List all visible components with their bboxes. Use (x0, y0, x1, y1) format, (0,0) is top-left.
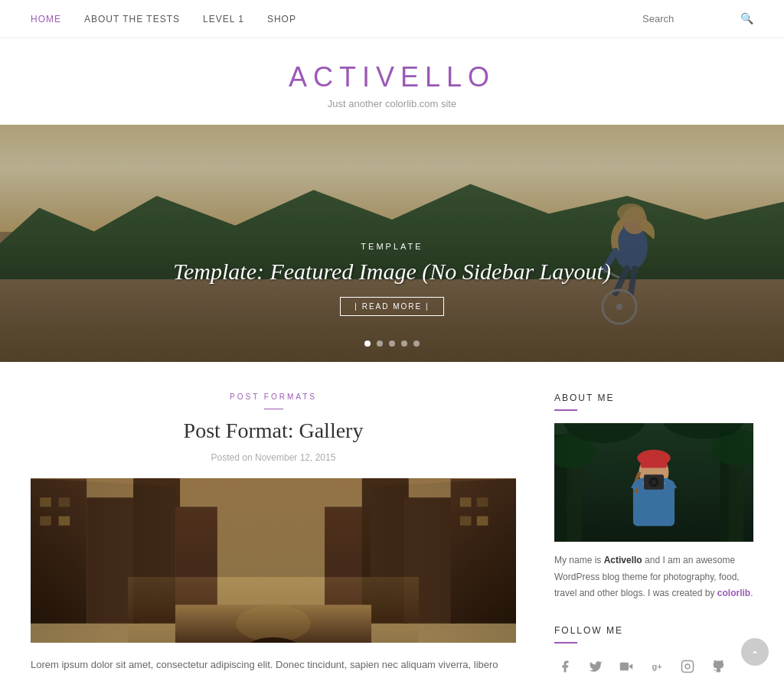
hero-dot-4[interactable] (401, 340, 407, 347)
about-me-section: ABOUT ME (554, 393, 753, 602)
nav-links: HOME ABOUT THE TESTS LEVEL 1 SHOP (31, 14, 642, 24)
hero-title: Template: Featured Image (No Sidebar Lay… (162, 259, 622, 285)
about-name: Activello (604, 555, 642, 565)
about-avatar (554, 423, 753, 542)
hero-readmore-button[interactable]: | READ MORE | (340, 297, 443, 316)
hero-dot-5[interactable] (413, 340, 420, 347)
hero-content: TEMPLATE Template: Featured Image (No Si… (162, 242, 622, 316)
navigation: HOME ABOUT THE TESTS LEVEL 1 SHOP 🔍 (0, 0, 784, 38)
svg-rect-39 (641, 455, 668, 468)
nav-link-home[interactable]: HOME (31, 14, 61, 24)
about-me-underline (554, 409, 577, 411)
svg-point-42 (652, 480, 657, 485)
instagram-icon[interactable] (677, 656, 698, 677)
post-title: Post Format: Gallery (31, 419, 516, 443)
hero-dot-2[interactable] (377, 340, 383, 347)
nav-link-level1[interactable]: LEVEL 1 (203, 14, 244, 24)
hero-dot-3[interactable] (389, 340, 395, 347)
post-image-overlay (31, 478, 516, 643)
hero-dot-1[interactable] (364, 340, 371, 347)
googleplus-icon[interactable]: g+ (646, 656, 668, 677)
social-icons-list: g+ (554, 656, 753, 677)
content-area: POST FORMATS Post Format: Gallery Posted… (31, 393, 554, 681)
facebook-icon[interactable] (554, 656, 576, 677)
site-header: ACTIVELLO Just another colorlib.com site (0, 38, 784, 125)
search-icon[interactable]: 🔍 (740, 12, 753, 25)
sidebar: ABOUT ME (554, 393, 753, 681)
site-tagline: Just another colorlib.com site (0, 98, 784, 109)
svg-rect-46 (620, 663, 629, 671)
post-category-label: POST FORMATS (31, 393, 516, 401)
svg-rect-47 (682, 660, 694, 672)
follow-me-section: FOLLOW ME g+ (554, 625, 753, 677)
nav-link-shop[interactable]: SHOP (267, 14, 296, 24)
scroll-to-top-button[interactable] (741, 638, 769, 666)
nav-link-about[interactable]: ABOUT THE TESTS (84, 14, 180, 24)
post-featured-image (31, 478, 516, 643)
site-title: ACTIVELLO (0, 61, 784, 93)
about-me-text: My name is Activello and I am an awesome… (554, 552, 753, 602)
twitter-icon[interactable] (585, 656, 606, 677)
post-excerpt: Lorem ipsum dolor sit amet, consectetur … (31, 657, 516, 673)
about-text-suffix: . (750, 588, 753, 598)
hero-category-label: TEMPLATE (162, 242, 622, 251)
colorlib-link[interactable]: colorlib (717, 588, 750, 598)
hero-slider: TEMPLATE Template: Featured Image (No Si… (0, 125, 784, 362)
follow-me-underline (554, 642, 577, 644)
svg-marker-45 (629, 663, 632, 670)
follow-me-title: FOLLOW ME (554, 625, 753, 636)
hero-dots (364, 340, 420, 347)
post-date: Posted on November 12, 2015 (31, 452, 516, 463)
about-text-middle: and I am an awesome WordPress blog theme… (554, 555, 740, 598)
github-icon[interactable] (707, 656, 729, 677)
search-form: 🔍 (642, 12, 753, 25)
about-me-title: ABOUT ME (554, 393, 753, 403)
search-input[interactable] (642, 13, 734, 24)
post-category-underline (264, 409, 283, 409)
youtube-icon[interactable] (616, 656, 637, 677)
avatar-illustration (554, 423, 753, 542)
main-content: POST FORMATS Post Format: Gallery Posted… (0, 362, 784, 681)
